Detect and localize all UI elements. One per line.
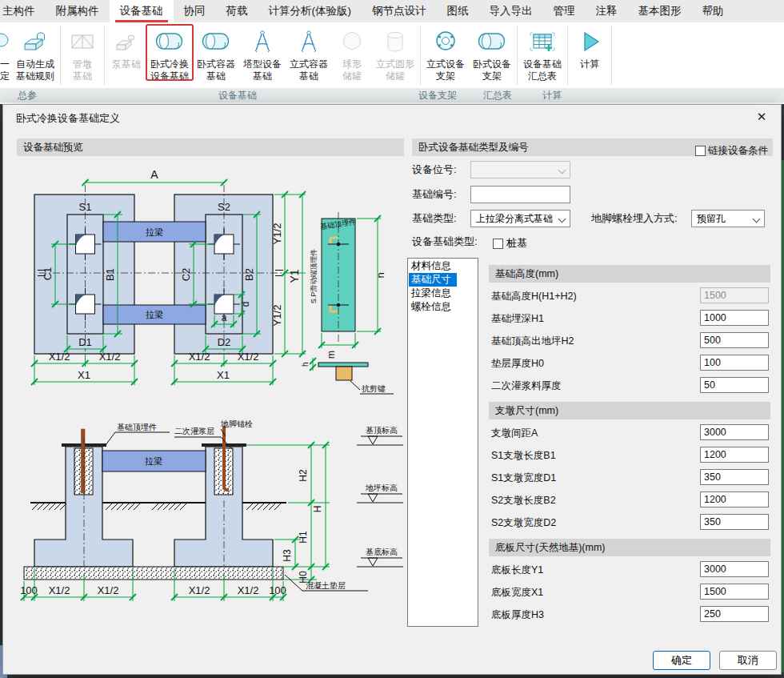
ribbon-group-label-汇总表: 汇总表 [483,88,512,102]
toolbar-separator [60,26,61,85]
param-input-底板厚度H3[interactable] [700,606,769,622]
toolbar-button-卧式设备支架[interactable]: 卧式设备支架 [469,24,515,82]
toolbar-separator [420,26,421,85]
param-input-S2支墩长度B2[interactable] [700,491,769,507]
tab-荷载[interactable]: 荷载 [216,0,258,22]
param-input-S1支墩长度B1[interactable] [700,447,769,463]
ok-button[interactable]: 确定 [653,651,710,670]
toolbar-button-label: 立式容器 [290,58,328,70]
chevron-down-icon [753,215,761,223]
foundation-type-value: 上拉梁分离式基础 [476,213,553,224]
tab-计算分析(体验版)[interactable]: 计算分析(体验版) [258,0,362,22]
tab-协同[interactable]: 协同 [174,0,216,22]
svg-text:B1: B1 [104,268,116,281]
plan-view: 拉梁 拉梁 S1 S2 [31,168,306,385]
svg-text:a: a [222,312,227,323]
svg-text:基底标高: 基底标高 [366,548,398,556]
tab-基本图形[interactable]: 基本图形 [628,0,692,22]
tie-beam-label: 拉梁 [146,227,163,237]
tab-附属构件[interactable]: 附属构件 [46,0,110,22]
toolbar-button-label: 立式设备 [426,58,465,70]
toolbar-button-label: 基础规则 [16,70,54,82]
listbox-item-材料信息[interactable]: 材料信息 [409,259,477,273]
foundation-type-combo[interactable]: 上拉梁分离式基础 [470,210,570,227]
listbox-item-螺栓信息[interactable]: 螺栓信息 [409,300,477,314]
sliding-end-label: S.P滑动端顶埋件 [310,249,318,304]
horizontal-exchanger-foundation-dialog: 卧式冷换设备基础定义 ✕ 设备基础预览 卧式设备基础类型及编号 链接设备条件 设… [2,104,782,675]
param-label: 底板厚度H3 [491,604,544,626]
tab-管理[interactable]: 管理 [543,0,586,22]
listbox-item-拉梁信息[interactable]: 拉梁信息 [409,287,477,300]
svg-text:m: m [326,351,337,359]
param-input-支墩间距A[interactable] [700,424,769,440]
tab-设备基础[interactable]: 设备基础 [110,0,174,22]
svg-text:X1/2: X1/2 [49,584,70,596]
svg-text:Y1/2: Y1/2 [271,305,283,327]
toolbar-button-卧式容器基础[interactable]: 卧式容器基础 [193,24,239,82]
svg-text:X1/2: X1/2 [98,584,119,596]
svg-text:拉梁: 拉梁 [145,456,162,466]
ribbon-tabs: 主构件附属构件设备基础协同荷载计算分析(体验版)钢节点设计图纸导入导出管理注释基… [0,0,784,22]
tie-beam-label: 拉梁 [146,310,163,319]
play-icon [574,25,606,58]
listbox-item-基础尺寸[interactable]: 基础尺寸 [409,273,457,287]
param-row: 垫层厚度H0 [489,352,770,375]
link-equipment-label: 链接设备条件 [708,142,768,159]
link-equipment-checkbox[interactable]: 链接设备条件 [695,142,768,159]
param-input-底板宽度X1[interactable] [700,584,769,600]
checkbox-icon[interactable] [493,239,503,249]
param-input-基础埋深H1[interactable] [700,310,769,326]
param-input-二次灌浆料厚度[interactable] [700,377,769,393]
param-input-基础高度H(H1+H2) [700,287,769,303]
toolbar-button-label: 基础 [73,70,92,82]
tab-主构件[interactable]: 主构件 [0,0,46,22]
toolbar-button-label: 设备基础 [523,58,562,70]
chevron-down-icon [558,215,566,223]
param-label: 底板宽度X1 [491,581,543,604]
toolbar-button-label: 卧式冷换 [150,58,189,70]
toolbar-button-label: 基础 [206,70,226,82]
svg-text:H: H [312,506,323,513]
table-icon [526,25,558,58]
param-label: S1支墩宽度D1 [491,467,556,489]
toolbar-button-设备基础汇总表[interactable]: 设备基础汇总表 [519,24,566,82]
svg-text:X1/2: X1/2 [49,351,70,363]
toolbar-button-label: 定 [0,70,10,82]
tab-导入导出[interactable]: 导入导出 [479,0,543,22]
toolbar-button-立式设备支架[interactable]: 立式设备支架 [422,24,469,82]
tab-钢节点设计[interactable]: 钢节点设计 [362,0,437,22]
svg-text:二次灌浆层: 二次灌浆层 [174,427,214,435]
toolbar-button-计算[interactable]: 计算 [570,24,610,70]
param-row: 基础埋深H1 [489,307,770,330]
close-icon[interactable]: ✕ [754,110,770,124]
cancel-button[interactable]: 取消 [719,651,777,670]
toolbar-separator [517,26,518,85]
toolbar-button-卧式冷换设备基础[interactable]: 卧式冷换设备基础 [146,24,193,82]
param-input-垫层厚度H0[interactable] [700,355,769,371]
toolbar-button-label: 球形 [342,58,362,70]
toolbar-button-label: 塔型设备 [243,58,282,70]
tab-注释[interactable]: 注释 [586,0,628,22]
param-input-S2支墩宽度D2[interactable] [700,514,769,530]
param-group-header: 基础高度(mm) [489,265,770,283]
toolbar-button-一定[interactable]: 一定 [0,24,12,82]
tab-帮助[interactable]: 帮助 [692,0,734,22]
toolbar-button-塔型设备基础[interactable]: 塔型设备基础 [239,24,286,82]
param-label: 基础顶高出地坪H2 [491,330,574,352]
foundation-number-input[interactable] [470,186,570,203]
pile-checkbox[interactable]: 桩基 [493,236,527,251]
checkbox-icon[interactable] [695,146,706,156]
toolbar-button-label: 支架 [482,70,502,82]
svg-text:基顶标高: 基顶标高 [366,426,398,435]
param-row: 基础高度H(H1+H2) [489,285,770,307]
panel-icon [66,25,98,58]
param-input-基础顶高出地坪H2[interactable] [700,332,769,348]
hcyl-icon [200,25,232,58]
toolbar-button-立式容器基础[interactable]: 立式容器基础 [286,24,332,82]
svg-text:100: 100 [20,584,38,596]
anchor-bolt-method-combo[interactable]: 预留孔 [691,210,765,227]
tab-图纸[interactable]: 图纸 [437,0,479,22]
param-input-底板长度Y1[interactable] [700,561,769,577]
toolbar-button-自动生成基础规则[interactable]: 自动生成基础规则 [12,24,58,82]
param-input-S1支墩宽度D1[interactable] [700,469,769,485]
